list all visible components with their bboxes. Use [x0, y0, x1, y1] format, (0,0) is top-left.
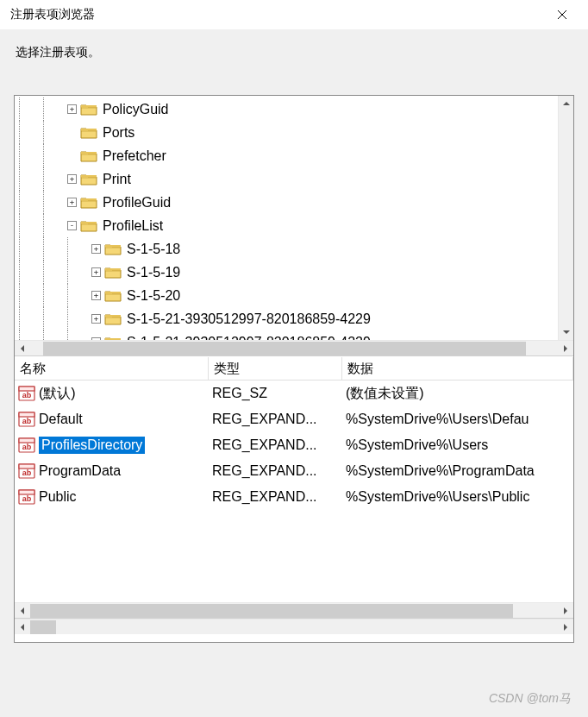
svg-rect-0: [81, 105, 97, 108]
tree-item[interactable]: -ProfileList: [15, 214, 556, 237]
folder-icon: [80, 219, 97, 233]
folder-icon: [80, 196, 97, 210]
tree-pane: +PolicyGuidPortsPrefetcher+Print+Profile…: [15, 96, 573, 356]
value-name: Default: [39, 412, 83, 427]
value-data: %SystemDrive%\ProgramData: [342, 463, 573, 479]
svg-rect-5: [81, 222, 97, 224]
prompt-text: 选择注册表项。: [14, 45, 574, 60]
expand-icon[interactable]: +: [91, 267, 101, 277]
reg-string-icon: ab: [18, 386, 35, 401]
list-view[interactable]: ab(默认)REG_SZ(数值未设置)abDefaultREG_EXPAND..…: [15, 381, 573, 602]
expand-icon[interactable]: +: [67, 198, 77, 207]
value-type: REG_EXPAND...: [209, 489, 342, 505]
reg-string-icon: ab: [18, 463, 35, 479]
svg-text:ab: ab: [22, 391, 32, 399]
tree-item[interactable]: +S-1-5-19: [15, 261, 556, 284]
tree-item[interactable]: +S-1-5-21-3930512997-820186859-4229: [15, 330, 556, 340]
value-type: REG_EXPAND...: [209, 412, 342, 427]
scroll-right-icon[interactable]: [558, 620, 573, 635]
value-list-pane: 名称 类型 数据 ab(默认)REG_SZ(数值未设置)abDefaultREG…: [15, 356, 573, 618]
scroll-left-icon[interactable]: [15, 620, 30, 635]
col-header-type[interactable]: 类型: [209, 357, 342, 380]
svg-text:ab: ab: [22, 443, 32, 451]
tree-item[interactable]: +S-1-5-18: [15, 237, 556, 261]
svg-rect-4: [81, 198, 97, 201]
svg-rect-7: [105, 268, 121, 271]
svg-text:ab: ab: [22, 417, 32, 425]
col-header-data[interactable]: 数据: [342, 357, 573, 380]
tree-view[interactable]: +PolicyGuidPortsPrefetcher+Print+Profile…: [15, 96, 558, 340]
expand-icon[interactable]: +: [67, 174, 77, 184]
list-row[interactable]: abProfilesDirectoryREG_EXPAND...%SystemD…: [15, 432, 573, 458]
main-panel: +PolicyGuidPortsPrefetcher+Print+Profile…: [14, 95, 574, 643]
window-title: 注册表项浏览器: [10, 7, 95, 22]
value-type: REG_EXPAND...: [209, 437, 342, 453]
scroll-left-icon[interactable]: [15, 341, 30, 356]
value-data: %SystemDrive%\Users\Public: [342, 489, 573, 505]
reg-string-icon: ab: [18, 437, 35, 453]
list-header[interactable]: 名称 类型 数据: [15, 357, 573, 381]
scrollbar-thumb[interactable]: [43, 342, 526, 355]
list-row[interactable]: ab(默认)REG_SZ(数值未设置): [15, 381, 573, 406]
reg-string-icon: ab: [18, 412, 35, 427]
list-row[interactable]: abDefaultREG_EXPAND...%SystemDrive%\User…: [15, 406, 573, 432]
folder-icon: [104, 266, 122, 280]
col-header-name[interactable]: 名称: [15, 357, 209, 380]
tree-vertical-scrollbar[interactable]: [558, 96, 573, 340]
folder-icon: [80, 173, 97, 186]
tree-item[interactable]: +Print: [15, 167, 556, 191]
scroll-down-icon[interactable]: [559, 324, 574, 340]
watermark: CSDN @tom马: [489, 691, 571, 707]
tree-item-label: ProfileGuid: [103, 195, 171, 211]
tree-horizontal-scrollbar[interactable]: [15, 340, 573, 355]
scroll-right-icon[interactable]: [558, 341, 573, 356]
expander-placeholder: [67, 151, 77, 160]
value-data: (数值未设置): [342, 385, 573, 403]
value-name: ProfilesDirectory: [39, 437, 145, 454]
tree-item-label: S-1-5-20: [127, 288, 180, 304]
tree-item-label: PolicyGuid: [103, 102, 168, 117]
svg-rect-6: [105, 245, 121, 248]
scrollbar-thumb[interactable]: [30, 604, 513, 618]
expand-icon[interactable]: +: [91, 314, 101, 324]
bottom-horizontal-scrollbar[interactable]: [15, 619, 573, 634]
svg-rect-1: [81, 129, 97, 131]
tree-item[interactable]: Prefetcher: [15, 144, 556, 167]
value-name: ProgramData: [39, 463, 121, 479]
tree-item[interactable]: Ports: [15, 121, 556, 144]
scroll-left-icon[interactable]: [15, 603, 30, 619]
bottom-strip: [15, 618, 573, 642]
value-type: REG_SZ: [209, 386, 342, 401]
svg-rect-9: [105, 315, 121, 318]
folder-icon: [104, 312, 122, 326]
titlebar: 注册表项浏览器: [0, 0, 588, 29]
tree-item-label: S-1-5-21-3930512997-820186859-4229: [127, 311, 371, 327]
scroll-up-icon[interactable]: [559, 96, 574, 111]
scroll-right-icon[interactable]: [558, 603, 573, 619]
collapse-icon[interactable]: -: [67, 221, 77, 230]
value-data: %SystemDrive%\Users: [342, 437, 573, 453]
reg-string-icon: ab: [18, 489, 35, 505]
tree-item[interactable]: +S-1-5-21-3930512997-820186859-4229: [15, 307, 556, 330]
list-row[interactable]: abProgramDataREG_EXPAND...%SystemDrive%\…: [15, 458, 573, 484]
close-icon: [557, 9, 567, 20]
folder-icon: [80, 103, 97, 116]
dialog-body: 选择注册表项。 +PolicyGuidPortsPrefetcher+Print…: [0, 29, 588, 643]
expand-icon[interactable]: +: [91, 244, 101, 254]
tree-item[interactable]: +S-1-5-20: [15, 284, 556, 307]
scrollbar-thumb[interactable]: [30, 620, 56, 634]
list-horizontal-scrollbar[interactable]: [15, 602, 573, 618]
tree-item-label: ProfileList: [103, 218, 163, 234]
close-button[interactable]: [543, 2, 581, 28]
list-row[interactable]: abPublicREG_EXPAND...%SystemDrive%\Users…: [15, 484, 573, 510]
tree-item-label: S-1-5-19: [127, 265, 180, 280]
expand-icon[interactable]: +: [67, 104, 77, 114]
expand-icon[interactable]: +: [91, 291, 101, 300]
tree-item[interactable]: +PolicyGuid: [15, 97, 556, 121]
tree-item-label: Ports: [103, 125, 134, 141]
expander-placeholder: [67, 128, 77, 137]
tree-item[interactable]: +ProfileGuid: [15, 191, 556, 214]
svg-text:ab: ab: [22, 494, 32, 503]
value-name: (默认): [39, 385, 76, 403]
tree-item-label: Prefetcher: [103, 148, 166, 164]
